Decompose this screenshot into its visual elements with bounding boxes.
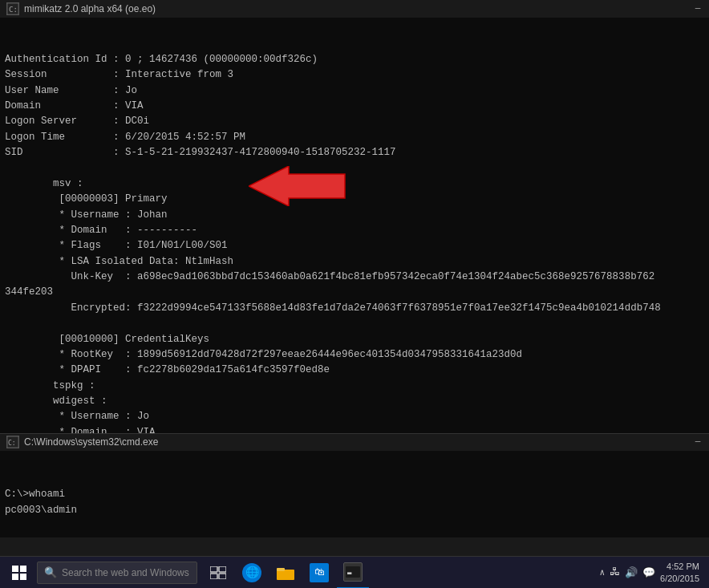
cmd-window: C: C:\Windows\system32\cmd.exe ─ C:\>who… bbox=[0, 433, 709, 537]
store-button[interactable]: 🛍 bbox=[303, 557, 335, 589]
search-label: Search the web and Windows bbox=[62, 567, 189, 578]
svg-rect-6 bbox=[20, 566, 26, 572]
cmd-window-icon: C: bbox=[6, 436, 19, 448]
notification-icon[interactable]: 💬 bbox=[642, 566, 655, 579]
svg-rect-7 bbox=[12, 574, 18, 580]
console-line-1: Authentication Id : 0 ; 14627436 (000000… bbox=[5, 54, 661, 433]
edge-icon: 🌐 bbox=[242, 563, 261, 582]
cmd-title-text: C:\Windows\system32\cmd.exe bbox=[24, 436, 688, 448]
svg-text:C:: C: bbox=[9, 6, 18, 14]
edge-button[interactable]: 🌐 bbox=[236, 557, 268, 589]
tray-chevron[interactable]: ∧ bbox=[599, 567, 605, 578]
svg-rect-5 bbox=[12, 566, 18, 572]
svg-rect-14 bbox=[277, 568, 285, 571]
taskview-button[interactable] bbox=[202, 557, 234, 589]
window-separator bbox=[0, 433, 709, 434]
start-button[interactable] bbox=[3, 557, 35, 589]
network-icon[interactable]: 🖧 bbox=[610, 566, 620, 578]
svg-rect-12 bbox=[219, 574, 226, 579]
file-explorer-icon bbox=[276, 563, 295, 582]
mimikatz-console: Authentication Id : 0 ; 14627436 (000000… bbox=[0, 18, 709, 433]
cmd-minimize-btn[interactable]: ─ bbox=[693, 437, 703, 447]
cmd-console: C:\>whoami pc0003\admin C:\> bbox=[0, 451, 709, 537]
clock-date: 6/20/2015 bbox=[660, 573, 699, 584]
store-icon: 🛍 bbox=[310, 563, 329, 582]
mimikatz-window-controls[interactable]: ─ bbox=[693, 4, 703, 14]
svg-rect-8 bbox=[20, 574, 26, 580]
mimikatz-title-bar: C: mimikatz 2.0 alpha x64 (oe.eo) ─ bbox=[0, 0, 709, 18]
cmd-window-controls[interactable]: ─ bbox=[693, 437, 703, 447]
mimikatz-window-icon: C: bbox=[6, 2, 19, 15]
mimikatz-minimize-btn[interactable]: ─ bbox=[693, 4, 703, 14]
cmd-icon: ▬ bbox=[343, 562, 363, 582]
svg-rect-11 bbox=[210, 574, 217, 579]
cmd-button[interactable]: ▬ bbox=[337, 557, 369, 589]
svg-text:▬: ▬ bbox=[347, 569, 352, 577]
taskbar: 🔍 Search the web and Windows 🌐 bbox=[0, 556, 709, 588]
svg-rect-9 bbox=[210, 566, 217, 572]
search-icon: 🔍 bbox=[44, 566, 57, 578]
volume-icon[interactable]: 🔊 bbox=[625, 566, 638, 579]
clock-time: 4:52 PM bbox=[660, 561, 699, 572]
system-clock[interactable]: 4:52 PM 6/20/2015 bbox=[660, 561, 699, 584]
cmd-title-bar: C: C:\Windows\system32\cmd.exe ─ bbox=[0, 433, 709, 451]
taskview-icon bbox=[209, 563, 228, 582]
taskbar-apps: 🌐 🛍 ▬ bbox=[202, 557, 369, 589]
taskbar-search[interactable]: 🔍 Search the web and Windows bbox=[37, 562, 197, 584]
cmd-line-1: C:\>whoami pc0003\admin C:\> bbox=[5, 489, 77, 537]
mimikatz-title-text: mimikatz 2.0 alpha x64 (oe.eo) bbox=[24, 3, 688, 14]
svg-text:C:: C: bbox=[8, 440, 16, 447]
svg-rect-10 bbox=[219, 566, 226, 572]
mimikatz-window: C: mimikatz 2.0 alpha x64 (oe.eo) ─ Auth… bbox=[0, 0, 709, 433]
taskbar-system-tray: ∧ 🖧 🔊 💬 4:52 PM 6/20/2015 bbox=[599, 561, 706, 584]
file-explorer-button[interactable] bbox=[269, 557, 302, 589]
